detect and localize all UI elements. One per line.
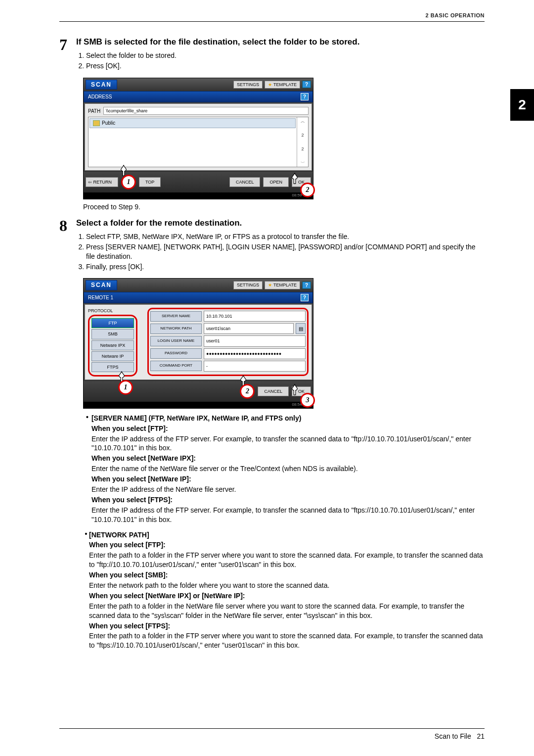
command-port-value[interactable]: - <box>204 361 306 372</box>
address-bar-label: ADDRESS <box>88 94 112 100</box>
settings-button-2[interactable]: SETTINGS <box>233 281 263 289</box>
folder-label: Public <box>102 120 115 127</box>
protocol-highlight: FTP SMB Netware IPX Netware IP FTPS <box>88 315 137 377</box>
np-ftp-text: Enter the path to a folder in the FTP se… <box>89 551 485 569</box>
protocol-ftp[interactable]: FTP <box>91 318 134 328</box>
fields-highlight: SERVER NAME10.10.70.101 NETWORK PATHuser… <box>147 308 309 376</box>
pointer-icon-2 <box>289 172 300 186</box>
server-name-button[interactable]: SERVER NAME <box>150 311 202 322</box>
server-name-heading: [SERVER NAME] (FTP, NetWare IPX, NetWare… <box>91 414 485 423</box>
netware-ipx-heading: When you select [NetWare IPX]: <box>91 454 485 463</box>
footer-text: Scan to File 21 <box>59 732 485 741</box>
ftp-text: Enter the IP address of the FTP server. … <box>91 434 485 453</box>
ftps-text: Enter the IP address of the FTP server. … <box>91 506 485 524</box>
screenshot-address: SCAN SETTINGS ★TEMPLATE ? ADDRESS ? PATH… <box>83 78 313 199</box>
scan-tab[interactable]: SCAN <box>86 80 117 90</box>
help-button-bar[interactable]: ? <box>301 93 309 101</box>
bullet-dot: • <box>83 413 91 422</box>
protocol-netware-ip[interactable]: Netware IP <box>91 351 134 361</box>
running-header: 2 BASIC OPERATION <box>59 12 485 19</box>
server-name-value[interactable]: 10.10.70.101 <box>204 311 306 322</box>
np-smb-heading: When you select [SMB]: <box>89 570 485 580</box>
open-button[interactable]: OPEN <box>263 177 289 187</box>
np-smb-text: Enter the network path to the folder whe… <box>89 581 485 590</box>
pointer-icon-5 <box>289 383 300 397</box>
protocol-smb[interactable]: SMB <box>91 329 134 339</box>
proceed-note: Proceed to Step 9. <box>83 202 485 212</box>
help-button-top-2[interactable]: ? <box>302 282 311 289</box>
scan-tab-2[interactable]: SCAN <box>86 280 117 290</box>
bullet-dot: • <box>83 529 89 539</box>
netware-ipx-text: Enter the name of the NetWare file serve… <box>91 464 485 473</box>
step-number-8: 8 <box>59 218 76 234</box>
callout-2: 2 <box>300 183 315 197</box>
page-indicator-bot: 2 <box>301 146 304 152</box>
command-port-button[interactable]: COMMAND PORT <box>150 361 202 371</box>
np-ftps-heading: When you select [FTPS]: <box>89 621 485 631</box>
network-path-value[interactable]: user01\scan <box>204 323 294 334</box>
step7-sub1: Select the folder to be stored. <box>86 51 485 60</box>
protocol-ftps[interactable]: FTPS <box>91 362 134 372</box>
chapter-tab: 2 <box>510 89 534 121</box>
netware-ip-text: Enter the IP address of the NetWare file… <box>91 485 485 494</box>
path-label: PATH <box>88 108 100 115</box>
help-button-bar-2[interactable]: ? <box>301 294 309 302</box>
ftps-heading: When you select [FTPS]: <box>91 495 485 505</box>
np-nw-heading: When you select [NetWare IPX] or [NetWar… <box>89 591 485 601</box>
password-button[interactable]: PASSWORD <box>150 348 202 359</box>
browse-icon[interactable]: ▤ <box>296 323 306 334</box>
page-indicator-top: 2 <box>301 132 304 138</box>
step-number-7: 7 <box>59 37 76 52</box>
callout-1: 1 <box>121 175 136 189</box>
header-rule <box>59 21 485 22</box>
login-user-button[interactable]: LOGIN USER NAME <box>150 336 202 346</box>
settings-button[interactable]: SETTINGS <box>233 81 263 89</box>
return-button[interactable]: ⇦ RETURN <box>86 177 118 187</box>
step7-title: If SMB is selected for the file destinat… <box>76 37 485 48</box>
network-path-button[interactable]: NETWORK PATH <box>150 324 202 334</box>
step8-title: Select a folder for the remote destinati… <box>76 218 485 229</box>
cancel-button-2[interactable]: CANCEL <box>258 386 289 396</box>
callout-2b: 2 <box>240 384 255 399</box>
footer-rule <box>59 728 485 729</box>
protocol-netware-ipx[interactable]: Netware IPX <box>91 340 134 350</box>
np-nw-text: Enter the path to a folder in the NetWar… <box>89 602 485 620</box>
step7-sub2: Press [OK]. <box>86 61 485 71</box>
network-path-heading: [NETWORK PATH] <box>89 530 485 540</box>
protocol-label: PROTOCOL <box>88 308 137 314</box>
np-ftp-heading: When you select [FTP]: <box>89 540 485 550</box>
folder-icon <box>93 120 100 126</box>
scroll-up-icon[interactable]: ︿ <box>301 118 305 124</box>
step8-sub3: Finally, press [OK]. <box>86 262 485 272</box>
help-button-top[interactable]: ? <box>302 81 311 89</box>
netware-ip-heading: When you select [NetWare IP]: <box>91 474 485 484</box>
login-user-value[interactable]: user01 <box>204 335 306 346</box>
template-button-2[interactable]: ★TEMPLATE <box>265 281 300 289</box>
step7-substeps: Select the folder to be stored. Press [O… <box>76 51 485 71</box>
path-input[interactable] <box>103 107 309 115</box>
scroll-down-icon[interactable]: ﹀ <box>301 160 305 166</box>
callout-3: 3 <box>300 393 315 408</box>
screenshot-remote: SCAN SETTINGS ★TEMPLATE ? REMOTE 1 ? PRO… <box>83 278 313 408</box>
step8-substeps: Select FTP, SMB, NetWare IPX, NetWare IP… <box>76 232 485 272</box>
step8-sub1: Select FTP, SMB, NetWare IPX, NetWare IP… <box>86 232 485 241</box>
callout-1b: 1 <box>118 380 133 395</box>
remote-bar-label: REMOTE 1 <box>88 294 113 301</box>
password-value[interactable]: ●●●●●●●●●●●●●●●●●●●●●●●●●●●● <box>204 348 306 359</box>
ftp-heading: When you select [FTP]: <box>91 424 485 433</box>
np-ftps-text: Enter the path to a folder in the FTP se… <box>89 631 485 650</box>
top-button[interactable]: TOP <box>139 177 161 187</box>
step8-sub2: Press [SERVER NAME], [NETWORK PATH], [LO… <box>86 242 485 261</box>
cancel-button[interactable]: CANCEL <box>229 177 261 187</box>
folder-public[interactable]: Public <box>89 118 296 128</box>
template-button[interactable]: ★TEMPLATE <box>265 81 300 89</box>
